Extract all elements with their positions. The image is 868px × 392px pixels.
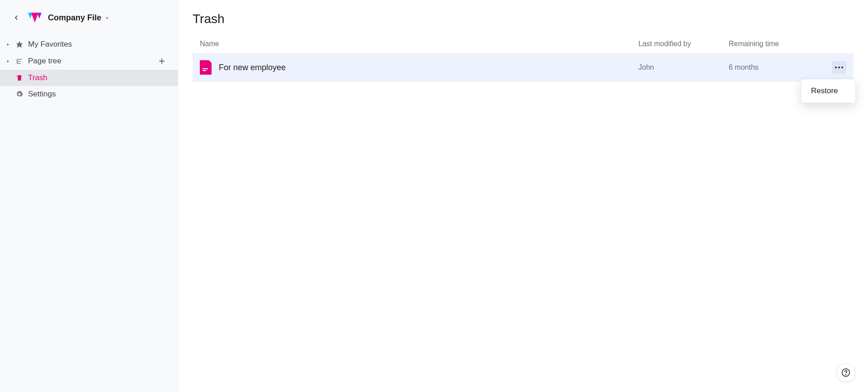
caret-down-icon (105, 13, 109, 23)
column-name: Name (200, 40, 638, 48)
document-icon (200, 60, 212, 75)
svg-rect-13 (203, 68, 208, 69)
star-icon (15, 40, 24, 48)
sidebar-item-page-tree[interactable]: Page tree (0, 53, 178, 70)
row-actions-cell (819, 61, 846, 74)
svg-point-16 (838, 67, 840, 68)
gear-icon (15, 90, 24, 98)
workspace-dropdown[interactable]: Company File (48, 13, 109, 23)
back-button[interactable] (11, 12, 22, 23)
table-row[interactable]: For new employee John 6 months Restore (193, 53, 854, 81)
row-name-cell: For new employee (200, 60, 638, 75)
table-header: Name Last modified by Remaining time (193, 35, 854, 53)
page-title: Trash (178, 0, 868, 35)
svg-point-19 (846, 374, 846, 375)
svg-marker-2 (37, 13, 42, 19)
svg-rect-14 (203, 70, 206, 71)
sidebar-item-label: Trash (28, 73, 170, 82)
svg-marker-5 (16, 41, 23, 48)
sidebar: Company File My Favorites Page tree (0, 0, 178, 392)
trash-icon (15, 74, 24, 82)
row-name: For new employee (219, 63, 286, 72)
sidebar-item-label: Page tree (28, 57, 152, 66)
workspace-title: Company File (48, 13, 101, 23)
context-menu: Restore (801, 79, 855, 103)
sidebar-item-settings[interactable]: Settings (0, 86, 178, 102)
column-modified: Last modified by (638, 40, 729, 48)
trash-table: Name Last modified by Remaining time For… (178, 35, 868, 81)
context-restore[interactable]: Restore (801, 83, 855, 99)
main-content: Trash Name Last modified by Remaining ti… (178, 0, 868, 392)
sidebar-nav: My Favorites Page tree Trash (0, 33, 178, 102)
svg-point-17 (841, 67, 843, 68)
svg-marker-4 (7, 43, 9, 46)
app-logo-icon (28, 11, 42, 24)
svg-marker-1 (31, 13, 38, 23)
add-page-button[interactable] (157, 56, 167, 66)
chevron-right-icon[interactable] (5, 59, 11, 63)
svg-marker-3 (106, 17, 109, 19)
sidebar-header: Company File (0, 0, 178, 33)
chevron-right-icon[interactable] (5, 43, 11, 47)
help-button[interactable] (836, 363, 855, 382)
row-remaining-cell: 6 months (729, 63, 819, 72)
more-actions-button[interactable] (832, 61, 846, 74)
sidebar-item-trash[interactable]: Trash (0, 70, 178, 86)
sidebar-item-label: My Favorites (28, 40, 170, 49)
svg-marker-6 (7, 60, 9, 62)
svg-point-15 (835, 67, 837, 68)
tree-icon (15, 57, 24, 65)
sidebar-item-favorites[interactable]: My Favorites (0, 36, 178, 53)
row-modified-cell: John (638, 63, 729, 72)
column-remaining: Remaining time (729, 40, 819, 48)
sidebar-item-label: Settings (28, 90, 170, 99)
